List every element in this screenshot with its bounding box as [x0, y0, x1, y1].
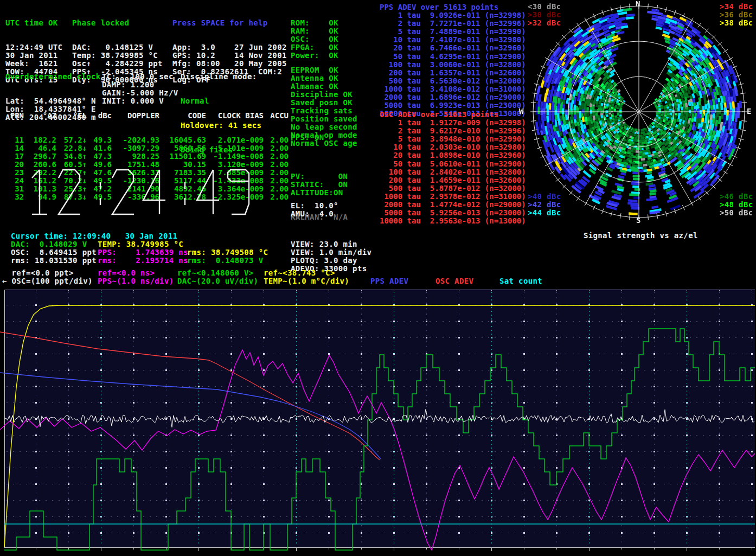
- text-line: AMU: 4.0: [291, 210, 338, 218]
- sat-cell: 5860.56: [159, 144, 206, 152]
- text-line: Antenna OK: [291, 74, 357, 82]
- phase-title: Phase locked: [72, 19, 163, 27]
- pps-ref: ref=<0.0 ns>: [98, 269, 155, 277]
- sat-col-header: DOPPLER: [112, 112, 159, 120]
- text-line: PLOTQ: 3.0 day: [291, 257, 371, 265]
- compass-west: W: [519, 107, 524, 116]
- text-line: Position saved: [291, 115, 357, 123]
- sat-cell: 41.6: [87, 144, 112, 152]
- adev-row: 2 tau 7.7271e-011 (n=32996): [380, 20, 526, 28]
- sat-cell: -3097.29: [112, 144, 159, 152]
- satellite-table-header: PRN°AZ°ELdBcDOPPLERCODECLOCK BIASACCU: [4, 112, 289, 120]
- clock-digit: [56, 167, 83, 217]
- sat-count-marker: Sat count: [499, 277, 542, 285]
- osc-adev-table: OSC ADEV over 51613 points 1 tau 1.9127e…: [380, 111, 526, 225]
- sat-col-header: dBc: [87, 112, 112, 120]
- sat-cell: 2.071e-009: [206, 136, 264, 144]
- sat-cell: 2.00: [264, 152, 289, 161]
- discipline-title: Discipline mode:: [181, 73, 261, 81]
- text-line: Saved posn OK: [291, 99, 357, 107]
- adev-row: 500 tau 5.8787e-012 (n=32000): [380, 184, 526, 193]
- adev-row: 2 tau 9.6217e-010 (n=32996): [380, 127, 526, 135]
- text-line: OSC: OK: [291, 35, 338, 43]
- big-digital-clock: [1, 167, 283, 220]
- sat-cell: 16045.63: [159, 136, 206, 144]
- sat-cell: 928.25: [112, 152, 159, 161]
- lady-heather-screen: UTC time OK 12:24:49 UTC30 Jan 2011Week:…: [0, 0, 756, 556]
- mask-lines: EL: 10.0°AMU: 4.0: [291, 202, 338, 218]
- sat-cell: 2.00: [264, 136, 289, 144]
- clock-digit: [110, 167, 137, 217]
- sat-cell: -2024.93: [112, 136, 159, 144]
- position-title: Overdetermined clock: [5, 73, 101, 81]
- utc-status-title: UTC time OK: [5, 19, 62, 27]
- pps-scale: PPS~(1.0 ns/div): [98, 277, 174, 285]
- strip-chart-plot[interactable]: [0, 289, 756, 556]
- cursor-time: Cursor time: 12:09:40 30 Jan 2011: [11, 232, 177, 240]
- cursor-rms-pps: rms: 2.195714 ns: [98, 257, 188, 265]
- dbc-legend-item: >50 dBc: [720, 209, 753, 217]
- adev-row: 50 tau 5.0610e-011 (n=32900): [380, 160, 526, 168]
- dac-ref: ref~<0.148060 V>: [177, 269, 253, 277]
- gps-status-panel: EEPROM OKAntenna OKAlmanac OKDiscipline …: [291, 50, 357, 164]
- adev-row: 100 tau 2.8402e-011 (n=32800): [380, 168, 526, 176]
- dac-scale: DAC~(20.0 uV/div): [177, 277, 258, 285]
- dbc-legend-sw: >40 dBc>42 dBc>44 dBc: [528, 193, 561, 217]
- polar-caption: Signal strength vs az/el: [584, 232, 698, 240]
- text-line: Tracking sats: [291, 107, 357, 115]
- sat-cell: 57.2↓: [56, 136, 87, 144]
- text-line: App: 3.0 27 Jun 2002: [172, 43, 287, 52]
- pps-state: PPS: ON: [291, 133, 324, 142]
- dbc-legend-item: >44 dBc: [528, 209, 561, 217]
- adev-row: 5000 tau 5.9256e-013 (n=23000): [380, 209, 526, 217]
- adev-table-title: PPS ADEV over 51613 points: [380, 3, 526, 11]
- osc-ref: ref=<0.0 ppt>: [2, 269, 74, 277]
- sat-col-header: PRN: [4, 112, 24, 120]
- dbc-legend-item: >38 dBc: [720, 19, 753, 27]
- dbc-legend-item: >46 dBc: [720, 193, 753, 201]
- cursor-osc: OSC: 8.649415 ppt: [11, 248, 97, 257]
- cursor-temp: TEMP: 38.749985 °C: [98, 240, 183, 248]
- text-line: Almanac OK: [291, 82, 357, 91]
- table-row: 17296.734.8↑47.3928.2511501.69-1.149e-00…: [4, 152, 289, 161]
- text-line: EEPROM OK: [291, 66, 357, 74]
- adev-row: 10000 tau 2.9563e-013 (n=13000): [380, 217, 526, 225]
- adev-row: 1 tau 9.0926e-011 (n=32998): [380, 11, 526, 20]
- cursor-rms-osc: rms: 18.031530 ppt: [11, 257, 97, 265]
- temp-scale: TEMP~(1.0 m°C/div): [264, 277, 349, 285]
- sat-col-header: °AZ: [24, 112, 56, 120]
- compass-east: E: [747, 107, 752, 116]
- text-line: DAC: 0.148125 V: [72, 43, 163, 52]
- sat-col-header: CLOCK BIAS: [206, 112, 264, 120]
- dbc-legend-item: >32 dBc: [528, 19, 561, 27]
- text-line: RAM: OK: [291, 27, 338, 35]
- dbc-legend-ne: >34 dBc>36 dBc>38 dBc: [720, 3, 753, 27]
- text-line: 12:24:49 UTC: [5, 43, 62, 52]
- adev-row: 20 tau 1.0898e-010 (n=32960): [380, 151, 526, 159]
- dbc-legend-item: >30 dBc: [528, 11, 561, 19]
- dbc-legend-se: >46 dBc>48 dBc>50 dBc: [720, 193, 753, 217]
- cursor-pps: PPS: 1.743639 ns: [98, 248, 188, 257]
- view-lines: VIEW: 23.0 minVIEW: 1.0 min/divPLOTQ: 3.…: [291, 240, 371, 273]
- cursor-dac: DAC: 0.148029 V: [11, 240, 87, 248]
- sat-cell: -5.101e-009: [206, 144, 264, 152]
- adev-row: 500 tau 6.5630e-012 (n=32000): [380, 77, 526, 85]
- adev-row: 1000 tau 2.9578e-012 (n=31000): [380, 193, 526, 201]
- sat-cell: 11501.69: [159, 152, 206, 161]
- clock-digit: [194, 167, 221, 217]
- text-line: No leap second: [291, 123, 357, 131]
- sat-cell: -1.149e-008: [206, 152, 264, 161]
- adev-row: 50 tau 4.6295e-011 (n=32900): [380, 53, 526, 61]
- sat-cell: 46.4: [24, 144, 56, 152]
- compass-south: S: [636, 216, 641, 225]
- adev-table-title: OSC ADEV over 51613 points: [380, 111, 526, 119]
- adev-row: 1 tau 1.9127e-009 (n=32998): [380, 119, 526, 127]
- text-line: VIEW: 1.0 min/div: [291, 248, 371, 257]
- sat-cell: 11: [4, 136, 24, 144]
- temp-ref: ref~<38.743 °C>: [264, 269, 335, 277]
- sat-cell: 14: [4, 144, 24, 152]
- adev-row: 1000 tau 3.4108e-012 (n=31000): [380, 85, 526, 93]
- sat-cell: 2.00: [264, 144, 289, 152]
- dbc-legend-item: >42 dBc: [528, 201, 561, 209]
- text-line: VIEW: 23.0 min: [291, 240, 371, 248]
